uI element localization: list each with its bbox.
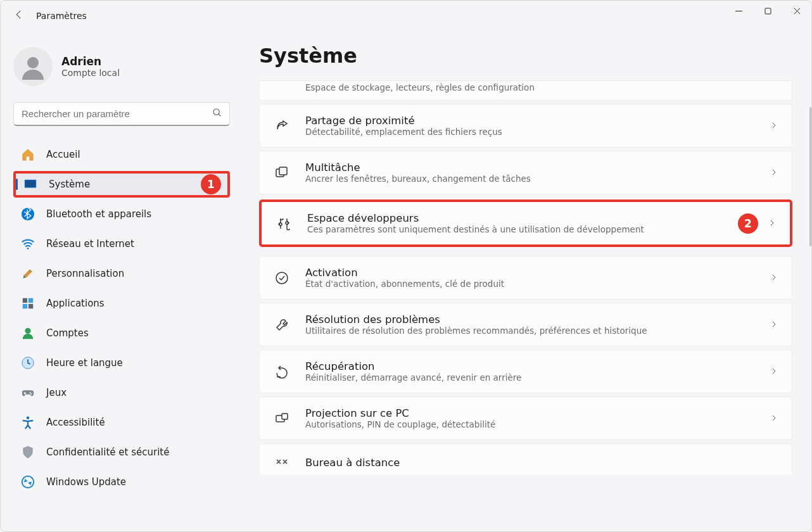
card-storage[interactable]: Espace de stockage, lecteurs, règles de … — [259, 80, 792, 101]
accessibility-icon — [21, 415, 35, 429]
sidebar: Adrien Compte local Accueil Système 1 B — [1, 31, 241, 531]
nav-label: Heure et langue — [46, 357, 123, 369]
time-language-icon — [21, 356, 35, 370]
card-recovery[interactable]: Récupération Réinitialiser, démarrage av… — [259, 350, 792, 393]
nav-label: Bluetooth et appareils — [46, 208, 151, 220]
card-title: Activation — [305, 267, 770, 279]
recovery-icon — [274, 364, 290, 380]
home-icon — [21, 148, 35, 162]
window-controls — [724, 1, 811, 21]
apps-icon — [21, 296, 35, 310]
card-title: Bureau à distance — [305, 457, 778, 469]
search-icon[interactable] — [212, 108, 222, 120]
nav-personalization[interactable]: Personnalisation — [13, 260, 230, 287]
chevron-right-icon — [768, 218, 776, 229]
card-multitasking[interactable]: Multitâche Ancrer les fenêtres, bureaux,… — [259, 151, 792, 194]
gaming-icon — [21, 386, 35, 400]
nav-apps[interactable]: Applications — [13, 290, 230, 317]
nav-gaming[interactable]: Jeux — [13, 379, 230, 406]
svg-point-19 — [286, 222, 288, 224]
app-title: Paramètres — [36, 11, 87, 21]
wrench-icon — [274, 317, 290, 333]
multitask-icon — [274, 165, 290, 181]
card-sub: État d'activation, abonnements, clé de p… — [305, 279, 770, 289]
svg-rect-22 — [282, 414, 288, 419]
nav-home[interactable]: Accueil — [13, 141, 230, 168]
page-title: Système — [259, 44, 792, 68]
svg-rect-9 — [29, 304, 33, 308]
maximize-button[interactable] — [753, 1, 782, 21]
svg-rect-7 — [29, 298, 33, 303]
share-icon — [274, 118, 290, 134]
card-title: Projection sur ce PC — [305, 407, 770, 419]
nav-network[interactable]: Réseau et Internet — [13, 231, 230, 257]
remote-desktop-icon — [274, 454, 290, 471]
annotation-badge-2: 2 — [738, 213, 758, 234]
card-title: Résolution des problèmes — [305, 314, 770, 326]
nav-label: Applications — [46, 298, 105, 309]
avatar — [13, 47, 53, 86]
svg-rect-3 — [25, 180, 36, 187]
nav-label: Réseau et Internet — [46, 238, 134, 250]
bluetooth-icon — [21, 207, 35, 221]
card-title: Partage de proximité — [305, 115, 770, 127]
svg-point-12 — [30, 392, 31, 393]
privacy-icon — [21, 445, 35, 459]
svg-point-15 — [22, 476, 34, 488]
card-sub: Espace de stockage, lecteurs, règles de … — [274, 82, 535, 92]
svg-point-20 — [276, 272, 288, 284]
chevron-right-icon — [770, 367, 778, 377]
card-sub: Ancrer les fenêtres, bureaux, changement… — [305, 174, 770, 184]
card-title: Récupération — [305, 360, 770, 372]
user-block[interactable]: Adrien Compte local — [13, 47, 230, 86]
nav-label: Accessibilité — [46, 417, 105, 428]
chevron-right-icon — [770, 273, 778, 283]
card-sub: Autorisations, PIN de couplage, détectab… — [305, 419, 770, 429]
activation-icon — [274, 270, 290, 286]
network-icon — [21, 237, 35, 251]
projection-icon — [274, 410, 290, 427]
card-title: Espace développeurs — [307, 212, 768, 224]
card-projecting[interactable]: Projection sur ce PC Autorisations, PIN … — [259, 396, 792, 440]
nav-label: Confidentialité et sécurité — [46, 446, 169, 458]
search-box — [13, 102, 230, 126]
annotation-badge-1: 1 — [201, 174, 221, 194]
nav-privacy[interactable]: Confidentialité et sécurité — [13, 439, 230, 466]
nav-time-language[interactable]: Heure et langue — [13, 350, 230, 376]
card-sub: Ces paramètres sont uniquement destinés … — [307, 224, 768, 234]
nav-bluetooth[interactable]: Bluetooth et appareils — [13, 201, 230, 227]
search-input[interactable] — [13, 102, 230, 126]
card-remote-desktop[interactable]: Bureau à distance — [259, 443, 792, 474]
svg-rect-8 — [23, 304, 27, 308]
card-activation[interactable]: Activation État d'activation, abonnement… — [259, 256, 792, 300]
nav-system[interactable]: Système 1 — [13, 171, 230, 198]
chevron-right-icon — [770, 121, 778, 131]
nav-label: Personnalisation — [46, 268, 124, 279]
svg-point-5 — [27, 248, 29, 250]
close-button[interactable] — [782, 1, 811, 21]
svg-point-1 — [213, 109, 219, 115]
nav-label: Comptes — [46, 327, 89, 339]
card-troubleshoot[interactable]: Résolution des problèmes Utilitaires de … — [259, 303, 792, 346]
nav-accounts[interactable]: Comptes — [13, 320, 230, 346]
svg-rect-17 — [279, 167, 287, 175]
minimize-button[interactable] — [724, 1, 753, 21]
chevron-right-icon — [770, 414, 778, 424]
windows-update-icon — [21, 475, 35, 489]
back-button[interactable] — [13, 9, 25, 23]
card-nearby-sharing[interactable]: Partage de proximité Détectabilité, empl… — [259, 104, 792, 148]
svg-point-10 — [25, 328, 30, 334]
scrollbar[interactable] — [809, 107, 811, 246]
card-for-developers[interactable]: Espace développeurs Ces paramètres sont … — [259, 200, 792, 247]
card-sub: Détectabilité, emplacement des fichiers … — [305, 127, 770, 137]
user-name: Adrien — [61, 55, 120, 68]
nav-windows-update[interactable]: Windows Update — [13, 469, 230, 495]
accounts-icon — [21, 326, 35, 340]
user-account-type: Compte local — [61, 68, 120, 78]
nav-label: Accueil — [46, 149, 80, 160]
chevron-right-icon — [770, 168, 778, 178]
svg-rect-0 — [765, 8, 771, 14]
dev-tools-icon — [276, 215, 292, 232]
nav-accessibility[interactable]: Accessibilité — [13, 409, 230, 436]
chevron-right-icon — [770, 320, 778, 330]
